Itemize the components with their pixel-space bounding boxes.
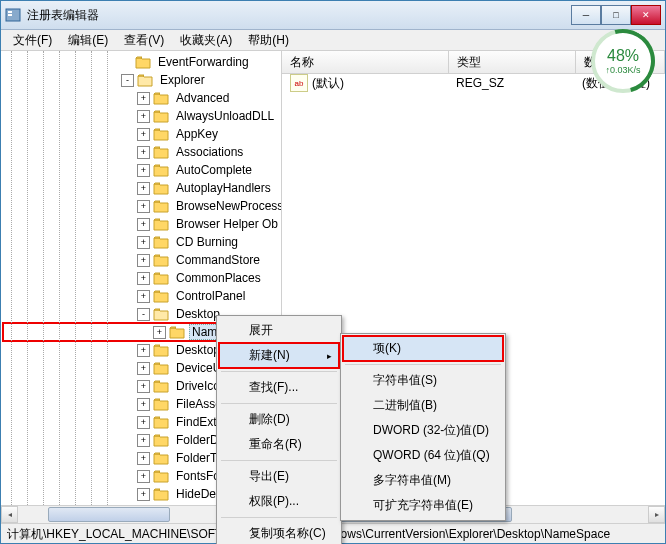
expand-icon[interactable]: + <box>137 344 150 357</box>
tree-label: AppKey <box>173 126 221 142</box>
context-menu-item[interactable]: 项(K) <box>343 336 503 361</box>
context-menu-item[interactable]: 复制项名称(C) <box>219 521 339 544</box>
window-title: 注册表编辑器 <box>27 7 571 24</box>
folder-icon <box>153 271 169 285</box>
folder-icon <box>153 379 169 393</box>
column-name[interactable]: 名称 <box>282 51 449 73</box>
expand-icon[interactable]: + <box>137 488 150 501</box>
folder-icon <box>135 55 151 69</box>
tree-node[interactable]: +CommandStore <box>3 251 281 269</box>
tree-node[interactable]: +AutoplayHandlers <box>3 179 281 197</box>
tree-node[interactable]: +CommonPlaces <box>3 269 281 287</box>
expand-icon[interactable]: + <box>137 272 150 285</box>
expand-icon[interactable]: + <box>137 164 150 177</box>
context-menu-item[interactable]: 重命名(R) <box>219 432 339 457</box>
tree-node[interactable]: +Browser Helper Ob <box>3 215 281 233</box>
menu-edit[interactable]: 编辑(E) <box>60 30 116 51</box>
context-submenu-new: 项(K)字符串值(S)二进制值(B)DWORD (32-位)值(D)QWORD … <box>340 333 506 521</box>
context-menu-item[interactable]: 查找(F)... <box>219 375 339 400</box>
expand-icon[interactable]: + <box>137 236 150 249</box>
expand-icon[interactable]: + <box>137 434 150 447</box>
expand-icon[interactable]: + <box>137 290 150 303</box>
context-menu-item[interactable]: 字符串值(S) <box>343 368 503 393</box>
folder-icon <box>169 325 185 339</box>
tree-label: AutoComplete <box>173 162 255 178</box>
expand-icon[interactable]: + <box>137 452 150 465</box>
registry-editor-window: 注册表编辑器 ─ □ ✕ 文件(F) 编辑(E) 查看(V) 收藏夹(A) 帮助… <box>0 0 666 544</box>
titlebar: 注册表编辑器 ─ □ ✕ <box>1 1 665 30</box>
context-menu-item[interactable]: 导出(E) <box>219 464 339 489</box>
collapse-icon[interactable]: - <box>137 308 150 321</box>
tree-label: ControlPanel <box>173 288 248 304</box>
folder-icon <box>153 397 169 411</box>
expand-icon[interactable]: + <box>137 218 150 231</box>
tree-node[interactable]: +AlwaysUnloadDLL <box>3 107 281 125</box>
tree-node[interactable]: -Explorer <box>3 71 281 89</box>
expand-icon[interactable]: + <box>137 254 150 267</box>
scroll-left-icon[interactable]: ◂ <box>1 506 18 523</box>
expand-icon[interactable]: + <box>137 200 150 213</box>
tree-node[interactable]: +AutoComplete <box>3 161 281 179</box>
tree-node[interactable]: EventForwarding <box>3 53 281 71</box>
expand-icon[interactable]: + <box>137 128 150 141</box>
menu-favorites[interactable]: 收藏夹(A) <box>172 30 240 51</box>
expand-icon[interactable]: + <box>137 92 150 105</box>
context-menu: 展开新建(N)▸查找(F)...删除(D)重命名(R)导出(E)权限(P)...… <box>216 315 342 544</box>
tree-node[interactable]: +Associations <box>3 143 281 161</box>
folder-icon <box>153 127 169 141</box>
tree-node[interactable]: +BrowseNewProcess <box>3 197 281 215</box>
app-icon <box>5 7 21 23</box>
context-menu-item[interactable]: 多字符串值(M) <box>343 468 503 493</box>
tree-node[interactable]: +AppKey <box>3 125 281 143</box>
submenu-arrow-icon: ▸ <box>327 351 332 361</box>
speed-gauge: 48% ↑0.03K/s <box>591 29 655 93</box>
tree-label: CommandStore <box>173 252 263 268</box>
maximize-button[interactable]: □ <box>601 5 631 25</box>
context-menu-item[interactable]: 权限(P)... <box>219 489 339 514</box>
context-menu-item[interactable]: 可扩充字符串值(E) <box>343 493 503 518</box>
expand-icon[interactable]: + <box>137 416 150 429</box>
speed-rate: ↑0.03K/s <box>605 65 640 75</box>
tree-node[interactable]: +CD Burning <box>3 233 281 251</box>
tree-label: Advanced <box>173 90 232 106</box>
context-menu-item[interactable]: DWORD (32-位)值(D) <box>343 418 503 443</box>
menu-file[interactable]: 文件(F) <box>5 30 60 51</box>
context-menu-item[interactable]: 展开 <box>219 318 339 343</box>
scroll-right-icon[interactable]: ▸ <box>648 506 665 523</box>
folder-icon <box>153 469 169 483</box>
tree-label: AlwaysUnloadDLL <box>173 108 277 124</box>
expand-icon[interactable]: + <box>137 398 150 411</box>
context-menu-item[interactable]: QWORD (64 位)值(Q) <box>343 443 503 468</box>
context-menu-item[interactable]: 删除(D) <box>219 407 339 432</box>
tree-node[interactable]: +ControlPanel <box>3 287 281 305</box>
column-type[interactable]: 类型 <box>449 51 576 73</box>
expand-icon[interactable]: + <box>137 110 150 123</box>
folder-icon <box>137 73 153 87</box>
folder-icon <box>153 235 169 249</box>
menu-view[interactable]: 查看(V) <box>116 30 172 51</box>
string-value-icon: ab <box>290 74 308 92</box>
context-menu-item[interactable]: 新建(N)▸ <box>219 343 339 368</box>
collapse-icon[interactable]: - <box>121 74 134 87</box>
tree-label: Explorer <box>157 72 208 88</box>
expand-icon[interactable]: + <box>153 326 166 339</box>
context-menu-item[interactable]: 二进制值(B) <box>343 393 503 418</box>
folder-icon <box>153 361 169 375</box>
expand-icon[interactable]: + <box>137 362 150 375</box>
tree-node[interactable]: +Advanced <box>3 89 281 107</box>
folder-icon <box>153 433 169 447</box>
menu-help[interactable]: 帮助(H) <box>240 30 297 51</box>
expand-icon[interactable]: + <box>137 470 150 483</box>
svg-rect-2 <box>8 14 12 16</box>
folder-icon <box>153 343 169 357</box>
close-button[interactable]: ✕ <box>631 5 661 25</box>
tree-label: CD Burning <box>173 234 241 250</box>
folder-icon <box>153 199 169 213</box>
expand-icon[interactable]: + <box>137 182 150 195</box>
value-type: REG_SZ <box>448 76 574 90</box>
expand-icon[interactable]: + <box>137 380 150 393</box>
minimize-button[interactable]: ─ <box>571 5 601 25</box>
folder-icon <box>153 217 169 231</box>
expand-icon[interactable]: + <box>137 146 150 159</box>
tree-spacer <box>121 57 132 68</box>
